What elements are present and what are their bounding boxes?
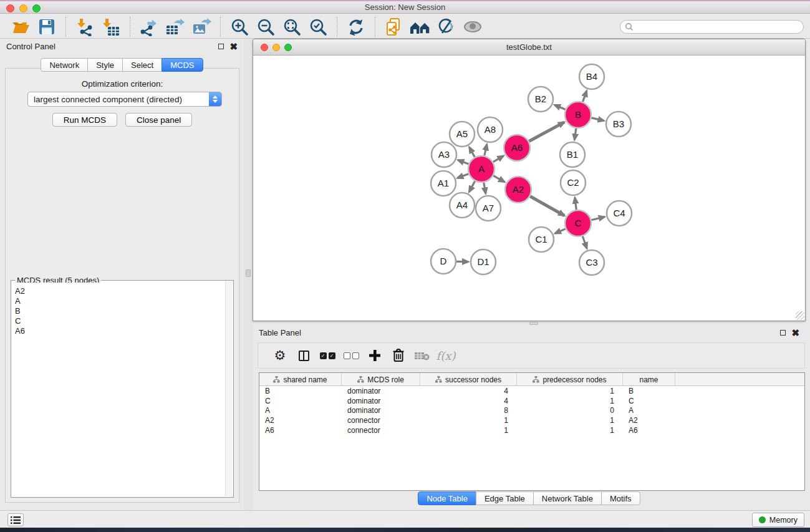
graph-node-A5[interactable]: A5 bbox=[450, 122, 475, 147]
table-cell[interactable]: 1 bbox=[517, 397, 623, 405]
graph-node-A1[interactable]: A1 bbox=[431, 171, 456, 196]
graph-node-A8[interactable]: A8 bbox=[478, 117, 503, 142]
import-table-icon[interactable] bbox=[100, 17, 122, 37]
network-canvas[interactable]: B4B2BB3A5A8A6B1A3AC2A1A2A4A7C4CC1C3DD1 bbox=[254, 56, 804, 320]
table-row[interactable]: A6connector11A6 bbox=[259, 425, 804, 435]
graph-node-C[interactable]: C bbox=[565, 210, 591, 236]
graph-node-A3[interactable]: A3 bbox=[432, 142, 456, 167]
graph-edge-B-B1[interactable] bbox=[574, 128, 576, 140]
minimize-window-button[interactable] bbox=[19, 4, 27, 12]
graph-edge-B-B4[interactable] bbox=[583, 91, 587, 102]
float-panel-icon[interactable] bbox=[780, 330, 786, 336]
table-cell[interactable]: A2 bbox=[623, 416, 675, 425]
tab-node-table[interactable]: Node Table bbox=[418, 491, 476, 505]
table-cell[interactable]: dominator bbox=[342, 397, 420, 405]
table-row[interactable]: A2connector11A2 bbox=[259, 415, 804, 425]
graph-node-A7[interactable]: A7 bbox=[476, 196, 501, 221]
column-header-successor-nodes[interactable]: successor nodes bbox=[420, 373, 517, 386]
vertical-splitter[interactable] bbox=[244, 39, 253, 510]
network-minimize-button[interactable] bbox=[272, 44, 280, 51]
criterion-dropdown[interactable]: largest connected component (directed) bbox=[27, 92, 222, 107]
graph-node-A2[interactable]: A2 bbox=[505, 177, 531, 203]
graph-node-B[interactable]: B bbox=[565, 102, 591, 128]
maximize-window-button[interactable] bbox=[32, 4, 41, 12]
result-list-scrollbar[interactable] bbox=[225, 281, 233, 496]
result-list-item[interactable]: A bbox=[15, 296, 225, 306]
hide-details-icon[interactable] bbox=[436, 17, 457, 37]
graph-edge-A6-B[interactable] bbox=[529, 122, 564, 142]
graph-node-B1[interactable]: B1 bbox=[560, 142, 585, 167]
graph-edge-C-C3[interactable] bbox=[582, 236, 587, 249]
tab-mcds[interactable]: MCDS bbox=[162, 58, 203, 72]
table-cell[interactable]: A6 bbox=[259, 426, 342, 435]
graph-node-C1[interactable]: C1 bbox=[529, 227, 554, 252]
table-cell[interactable]: 1 bbox=[517, 387, 623, 395]
close-window-button[interactable] bbox=[6, 4, 14, 12]
result-list-item[interactable]: C bbox=[15, 316, 225, 326]
column-header-shared-name[interactable]: shared name bbox=[259, 373, 342, 386]
graph-edge-A-A4[interactable] bbox=[469, 181, 475, 191]
tab-style[interactable]: Style bbox=[87, 58, 123, 72]
table-cell[interactable]: A bbox=[259, 406, 342, 415]
gear-icon[interactable]: ⚙ bbox=[268, 344, 292, 367]
clone-network-icon[interactable] bbox=[383, 17, 405, 37]
zoom-selected-icon[interactable] bbox=[307, 17, 329, 37]
run-mcds-button[interactable]: Run MCDS bbox=[52, 113, 117, 127]
export-image-icon[interactable] bbox=[191, 17, 212, 37]
memory-button[interactable]: Memory bbox=[752, 513, 804, 527]
graph-edge-A-A6[interactable] bbox=[493, 156, 504, 162]
table-cell[interactable]: connector bbox=[342, 426, 420, 435]
refresh-icon[interactable] bbox=[345, 17, 367, 37]
column-header-name[interactable]: name bbox=[623, 373, 675, 386]
table-cell[interactable]: 1 bbox=[420, 426, 517, 435]
column-header-predecessor-nodes[interactable]: predecessor nodes bbox=[517, 373, 623, 386]
result-list-item[interactable]: A2 bbox=[15, 286, 225, 296]
table-row[interactable]: Cdominator41C bbox=[259, 396, 804, 406]
table-cell[interactable]: B bbox=[259, 387, 342, 395]
graph-edge-B-B2[interactable] bbox=[554, 105, 566, 109]
add-column-icon[interactable] bbox=[363, 344, 387, 367]
deselect-all-icon[interactable] bbox=[339, 344, 363, 367]
table-cell[interactable]: 4 bbox=[420, 387, 517, 395]
table-cell[interactable]: 0 bbox=[517, 406, 623, 415]
graph-node-D1[interactable]: D1 bbox=[471, 249, 496, 274]
tab-motifs[interactable]: Motifs bbox=[601, 491, 640, 505]
graph-edge-C-C1[interactable] bbox=[555, 229, 566, 233]
tab-edge-table[interactable]: Edge Table bbox=[476, 491, 534, 505]
table-cell[interactable]: 8 bbox=[420, 406, 517, 415]
splitter-handle[interactable] bbox=[246, 269, 251, 277]
table-cell[interactable]: A bbox=[623, 406, 675, 415]
graph-edge-B-B3[interactable] bbox=[591, 118, 604, 121]
table-cell[interactable]: B bbox=[623, 387, 675, 395]
save-session-icon[interactable] bbox=[36, 17, 57, 37]
graph-node-A[interactable]: A bbox=[468, 156, 494, 182]
table-cell[interactable]: 1 bbox=[517, 426, 623, 435]
mcds-result-list[interactable]: A2ABCA6 bbox=[12, 283, 225, 496]
graph-node-C3[interactable]: C3 bbox=[579, 250, 604, 275]
task-history-button[interactable] bbox=[7, 513, 24, 526]
graph-node-A6[interactable]: A6 bbox=[504, 135, 530, 161]
table-row[interactable]: Bdominator41B bbox=[259, 386, 804, 396]
network-close-button[interactable] bbox=[261, 44, 268, 51]
close-panel-icon[interactable]: ✖ bbox=[791, 330, 799, 336]
zoom-fit-icon[interactable] bbox=[281, 17, 302, 37]
column-layout-icon[interactable] bbox=[292, 344, 316, 367]
graph-node-B4[interactable]: B4 bbox=[579, 64, 604, 89]
search-input[interactable] bbox=[634, 21, 803, 32]
graph-node-A4[interactable]: A4 bbox=[450, 193, 475, 218]
window-resize-grip[interactable] bbox=[796, 311, 804, 320]
table-cell[interactable]: connector bbox=[342, 416, 420, 425]
eye-icon[interactable] bbox=[462, 17, 483, 37]
graph-edge-A-A8[interactable] bbox=[485, 144, 487, 155]
table-cell[interactable]: dominator bbox=[342, 406, 420, 415]
select-all-icon[interactable]: ✓✓ bbox=[316, 344, 339, 367]
graph-edge-A2-C[interactable] bbox=[530, 196, 564, 216]
table-cell[interactable]: dominator bbox=[342, 387, 420, 395]
export-table-icon[interactable] bbox=[165, 17, 186, 37]
graph-node-B2[interactable]: B2 bbox=[528, 87, 553, 112]
graph-edge-A-A7[interactable] bbox=[484, 183, 486, 194]
export-network-icon[interactable] bbox=[138, 17, 160, 37]
table-cell[interactable]: A6 bbox=[623, 426, 675, 435]
graph-edge-A-A2[interactable] bbox=[493, 176, 504, 182]
table-cell[interactable]: 1 bbox=[517, 416, 623, 425]
